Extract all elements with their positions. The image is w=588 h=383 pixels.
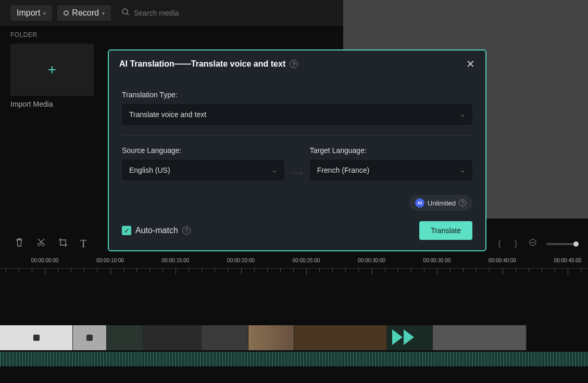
ruler-timestamp: 00:00:05:00 [31,258,59,263]
source-language-column: Source Language: English (US) ⌄ [122,146,284,181]
svg-point-6 [42,244,45,246]
help-icon[interactable]: ? [290,60,298,68]
search-icon [121,8,130,18]
timeline-clip[interactable] [107,325,143,350]
help-icon[interactable]: ? [182,226,191,235]
modal-footer: ✓ Auto-match ? Translate [109,221,485,250]
modal-title: AI Translation——Translate voice and text [119,59,285,69]
source-language-select[interactable]: English (US) ⌄ [122,160,284,181]
target-language-value: French (France) [317,166,369,174]
timeline-clip[interactable] [433,325,527,350]
bracket-right-icon[interactable]: } [512,239,519,249]
text-icon[interactable]: T [80,238,86,250]
timeline-ruler[interactable]: 00:00:05:0000:00:10:0000:00:15:0000:00:2… [0,258,588,278]
translation-type-label: Translation Type: [122,91,472,99]
translation-type-select[interactable]: Translate voice and text ⌄ [122,104,472,125]
ruler-timestamp: 00:00:10:00 [96,258,124,263]
zoom-out-icon[interactable] [529,238,537,249]
ruler-timestamp: 00:00:35:00 [423,258,451,263]
ai-icon: AI [415,198,424,208]
ruler-timestamp: 00:00:30:00 [358,258,385,263]
divider [122,135,472,136]
language-row: Source Language: English (US) ⌄ ·····› T… [122,146,472,181]
record-dropdown[interactable]: Record ▾ [57,5,111,21]
timeline-clip[interactable] [143,325,202,350]
unlimited-label: Unlimited [428,199,456,207]
svg-line-1 [127,14,129,15]
timeline-clip[interactable] [202,325,248,350]
close-icon[interactable]: ✕ [466,58,475,70]
timeline-clip[interactable] [0,325,73,350]
target-language-column: Target Language: French (France) ⌄ [310,146,472,181]
modal-body: Translation Type: Translate voice and te… [109,78,485,221]
ruler-timestamp: 00:00:15:00 [162,258,190,263]
help-icon[interactable]: ? [459,199,466,207]
audio-waveform[interactable] [0,352,588,366]
cut-icon[interactable] [36,238,46,250]
record-label: Record [72,8,99,18]
zoom-slider[interactable] [546,243,578,245]
clip-thumbnail-icon [86,335,93,341]
plus-icon: + [48,61,56,78]
timeline-clip[interactable] [73,325,107,350]
badge-row: AI Unlimited ? [122,195,472,211]
bracket-left-icon[interactable]: { [496,239,503,249]
clip-track[interactable] [0,325,588,350]
chevron-down-icon: ⌄ [460,111,465,118]
import-label: Import [17,8,40,18]
chevron-down-icon: ⌄ [460,167,465,174]
timeline-clip[interactable] [387,325,433,350]
svg-point-0 [122,9,128,14]
chevron-down-icon: ⌄ [272,167,277,174]
auto-match-checkbox[interactable]: ✓ Auto-match ? [122,226,191,235]
record-icon [64,10,69,16]
chevron-down-icon: ▾ [102,10,105,16]
arrow-right-icon: ·····› [292,146,303,176]
translation-type-value: Translate voice and text [129,110,206,119]
target-language-select[interactable]: French (France) ⌄ [310,160,472,181]
ruler-timestamp: 00:00:20:00 [227,258,255,263]
ruler-timestamp: 00:00:40:00 [489,258,516,263]
checkbox-checked-icon: ✓ [122,226,131,235]
chevron-down-icon: ▾ [43,10,46,16]
modal-header: AI Translation——Translate voice and text… [109,50,485,78]
timeline-clip[interactable] [294,325,387,350]
slider-thumb[interactable] [573,241,579,247]
auto-match-label: Auto-match [135,226,178,235]
source-language-value: English (US) [129,166,170,174]
unlimited-badge: AI Unlimited ? [409,195,472,211]
modal-title-wrap: AI Translation——Translate voice and text… [119,59,298,69]
clip-thumbnail-icon [33,335,40,341]
ruler-timestamp: 00:00:45:00 [554,258,582,263]
search-input[interactable] [134,9,225,17]
import-media-tile[interactable]: + [10,44,94,96]
ruler-timestamp: 00:00:25:00 [293,258,320,263]
translate-button[interactable]: Translate [419,221,472,240]
source-language-label: Source Language: [122,146,284,155]
timeline-clip[interactable] [248,325,294,350]
svg-point-5 [38,244,41,246]
ai-translation-modal: AI Translation——Translate voice and text… [108,49,486,251]
crop-icon[interactable] [58,238,68,250]
target-language-label: Target Language: [310,146,472,155]
import-dropdown[interactable]: Import ▾ [10,5,52,21]
delete-icon[interactable] [15,238,24,250]
